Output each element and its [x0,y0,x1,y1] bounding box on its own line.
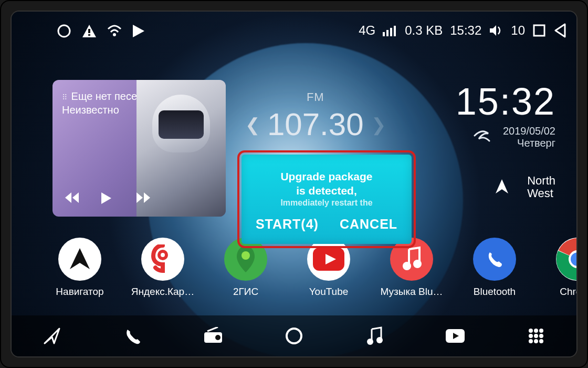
app-chrome[interactable]: Chrome [546,238,576,298]
upgrade-dialog: Upgrade package is detected, Immediately… [242,155,412,244]
music-widget[interactable]: ⠿ Еще нет песен Неизвестно [52,80,226,217]
warning-icon [81,24,97,38]
dock-phone-icon[interactable] [121,324,144,347]
equalizer-icon: ⠿ [62,93,68,101]
wifi-icon [107,25,122,37]
svg-point-43 [529,329,533,333]
clock-date: 2019/05/02 [503,125,555,137]
svg-rect-6 [383,32,385,36]
svg-rect-9 [394,26,396,36]
dialog-text-2: is detected, [280,184,372,198]
svg-marker-19 [70,248,90,269]
svg-point-48 [539,334,543,338]
svg-point-23 [242,251,250,260]
compass-dir-2: West [527,187,555,200]
robot-helmet-art [147,95,215,179]
prev-track-button[interactable] [64,191,82,205]
svg-marker-5 [133,25,144,37]
annotation-highlight: Upgrade package is detected, Immediately… [237,150,416,248]
dock-music-icon[interactable] [363,324,386,347]
status-clock: 15:32 [450,23,481,38]
svg-point-27 [413,260,422,268]
svg-point-22 [161,253,165,257]
svg-line-36 [207,327,218,331]
data-rate: 0.3 KB [405,23,443,38]
freq-prev-button[interactable]: ❮ [245,114,260,135]
svg-point-39 [376,337,383,343]
radio-band: FM [245,90,386,104]
play-store-icon [132,24,145,38]
dock-navigate-icon[interactable] [40,324,64,347]
radio-frequency: 107.30 [267,106,364,142]
dialog-cancel-button[interactable]: CANCEL [340,217,397,232]
music-artist: Неизвестно [62,104,119,116]
signal-icon [383,25,397,36]
clock-time: 15:32 [456,80,555,123]
svg-marker-16 [136,192,143,203]
recent-apps-icon[interactable] [532,24,546,37]
svg-marker-14 [72,192,79,203]
svg-rect-8 [390,28,392,36]
dock-home-icon[interactable] [282,324,306,347]
svg-point-0 [58,25,70,37]
app-навигатор[interactable]: Навигатор [48,238,111,298]
next-track-button[interactable] [135,191,153,205]
app-icon [556,238,576,281]
svg-marker-17 [144,192,150,203]
app-label: YouTube [309,286,349,298]
clock-widget[interactable]: 15:32 2019/05/02 Четверг [456,80,555,149]
app-label: Музыка Blu… [381,286,443,298]
app-label: Навигатор [56,286,103,298]
app-bluetooth[interactable]: Bluetooth [463,238,526,298]
dock-video-icon[interactable] [444,324,467,347]
svg-rect-7 [386,30,388,36]
compass-widget[interactable]: North West [492,175,555,200]
bottom-dock [12,315,576,356]
app-label: Яндекс.Кар… [131,286,194,298]
dialog-start-button[interactable]: START(4) [256,217,319,232]
svg-marker-12 [555,24,565,37]
dialog-text-1: Upgrade package [280,170,372,183]
svg-point-46 [529,334,533,338]
app-label: 2ГИС [233,286,258,298]
radio-widget[interactable]: FM ❮ 107.30 ❯ [245,90,386,142]
svg-rect-11 [534,25,544,36]
svg-marker-18 [496,179,508,193]
circle-icon[interactable] [56,23,72,39]
compass-dir-1: North [527,175,555,187]
svg-marker-15 [101,192,111,204]
svg-point-47 [534,334,538,338]
volume-icon[interactable] [489,24,503,37]
music-title: Еще нет песен [71,90,143,102]
dialog-text-3: Immediately restart the [280,198,372,208]
back-icon[interactable] [553,23,566,38]
freq-next-button[interactable]: ❯ [371,114,386,135]
app-icon [141,238,184,281]
svg-rect-2 [88,29,90,33]
svg-point-49 [529,339,533,343]
svg-marker-10 [490,25,496,36]
app-label: Chrome [560,286,576,298]
app-яндекс-кар-[interactable]: Яндекс.Кар… [131,238,194,298]
dock-radio-icon[interactable] [202,324,225,347]
svg-point-35 [215,335,220,340]
svg-point-50 [534,339,538,343]
svg-marker-13 [65,192,71,203]
svg-marker-33 [45,329,59,343]
svg-point-45 [539,329,543,333]
compass-arrow-icon [492,178,511,197]
status-bar: 4G 0.3 KB 15:32 10 [12,16,576,47]
svg-rect-3 [88,34,90,36]
app-label: Bluetooth [474,286,516,298]
play-button[interactable] [100,191,118,205]
weather-wind-icon [471,125,494,147]
svg-point-51 [539,339,543,343]
volume-level: 10 [511,23,525,38]
network-type: 4G [359,23,375,38]
svg-point-44 [534,329,538,333]
head-unit-screen: 4G 0.3 KB 15:32 10 ⠿ Еще нет песен Неизв… [12,12,576,356]
app-icon [473,238,516,281]
dock-apps-icon[interactable] [524,324,548,347]
svg-point-4 [113,33,116,36]
svg-point-37 [287,329,301,343]
